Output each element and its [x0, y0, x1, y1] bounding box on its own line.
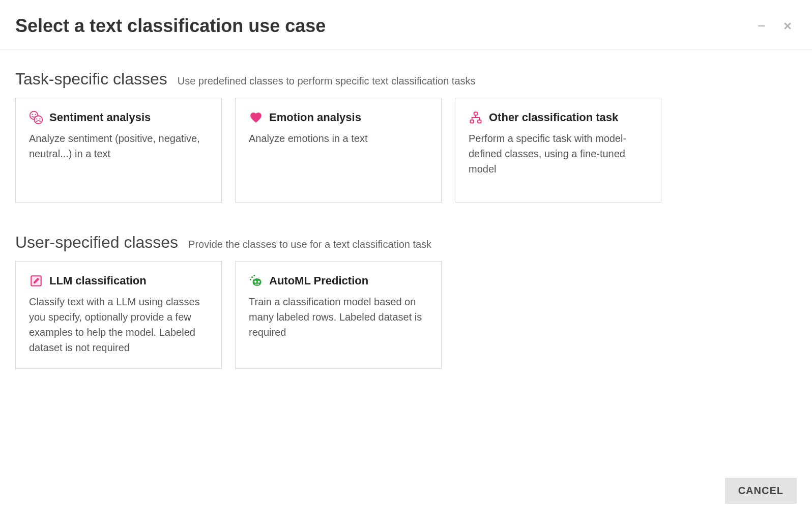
card-other-classification[interactable]: Other classification task Perform a spec…: [455, 98, 661, 203]
section-header-user-specified: User-specified classes Provide the class…: [15, 233, 797, 252]
card-header: Emotion analysis: [249, 110, 428, 125]
card-llm-classification[interactable]: LLM classification Classify text with a …: [15, 261, 222, 369]
minimize-icon[interactable]: [757, 21, 766, 31]
svg-point-7: [36, 118, 37, 119]
dialog-title: Select a text classification use case: [15, 15, 326, 37]
card-sentiment-analysis[interactable]: Sentiment analysis Analyze sentiment (po…: [15, 98, 222, 203]
svg-point-6: [35, 116, 43, 124]
hierarchy-icon: [469, 110, 483, 125]
section-subtitle: Use predefined classes to perform specif…: [178, 75, 476, 87]
card-title: AutoML Prediction: [269, 274, 368, 287]
card-automl-prediction[interactable]: AutoML Prediction Train a classification…: [235, 261, 442, 369]
header-controls: [757, 21, 793, 31]
section-subtitle: Provide the classes to use for a text cl…: [188, 239, 431, 250]
card-header: LLM classification: [29, 274, 208, 288]
section-title: Task-specific classes: [15, 70, 167, 89]
edit-square-icon: [29, 274, 43, 288]
svg-rect-9: [474, 112, 478, 115]
card-emotion-analysis[interactable]: Emotion analysis Analyze emotions in a t…: [235, 98, 442, 203]
card-title: LLM classification: [49, 274, 147, 287]
card-desc: Train a classification model based on ma…: [249, 294, 428, 340]
card-desc: Analyze sentiment (positive, negative, n…: [29, 131, 208, 161]
card-desc: Classify text with a LLM using classes y…: [29, 294, 208, 355]
card-header: Other classification task: [469, 110, 648, 125]
close-icon[interactable]: [782, 21, 793, 31]
card-header: Sentiment analysis: [29, 110, 208, 125]
robot-icon: [249, 274, 263, 288]
card-title: Sentiment analysis: [49, 111, 151, 124]
user-specified-cards: LLM classification Classify text with a …: [15, 261, 797, 369]
dialog-content: Task-specific classes Use predefined cla…: [0, 49, 812, 415]
smiley-faces-icon: [29, 110, 43, 125]
svg-rect-10: [470, 120, 474, 123]
svg-point-5: [35, 114, 36, 115]
svg-point-8: [39, 118, 40, 119]
task-specific-cards: Sentiment analysis Analyze sentiment (po…: [15, 98, 797, 203]
section-title: User-specified classes: [15, 233, 178, 252]
card-title: Other classification task: [489, 111, 618, 124]
dialog-footer: CANCEL: [725, 478, 797, 504]
svg-rect-16: [253, 278, 262, 286]
dialog-header: Select a text classification use case: [0, 0, 812, 49]
svg-rect-19: [255, 284, 259, 285]
svg-point-18: [258, 281, 260, 283]
svg-point-15: [253, 275, 255, 276]
section-header-task-specific: Task-specific classes Use predefined cla…: [15, 70, 797, 89]
heart-icon: [249, 110, 263, 125]
card-desc: Perform a specific task with model-defin…: [469, 131, 648, 177]
card-title: Emotion analysis: [269, 111, 361, 124]
svg-point-14: [250, 279, 251, 280]
card-header: AutoML Prediction: [249, 274, 428, 288]
svg-point-4: [32, 114, 33, 115]
svg-rect-11: [478, 120, 481, 123]
svg-point-17: [254, 281, 256, 283]
cancel-button[interactable]: CANCEL: [725, 478, 797, 504]
svg-point-13: [251, 276, 253, 278]
card-desc: Analyze emotions in a text: [249, 131, 428, 146]
